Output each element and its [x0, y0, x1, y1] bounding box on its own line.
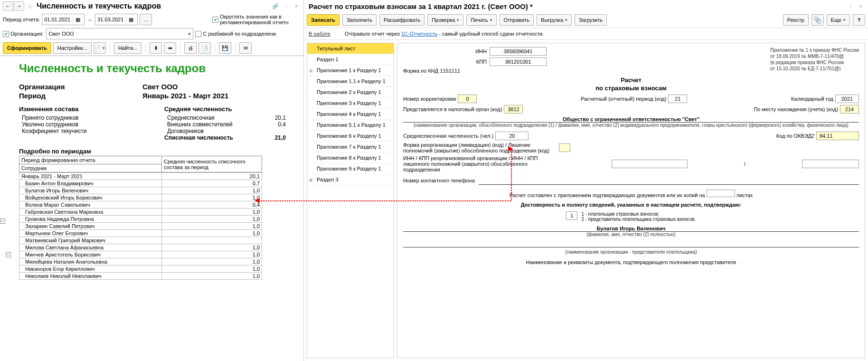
- okved-field[interactable]: 84.11: [816, 132, 859, 140]
- year-field[interactable]: 2021: [835, 95, 859, 103]
- date-from-input[interactable]: 01.01.2021 ▦: [42, 14, 85, 25]
- date-to-input[interactable]: 31.03.2021 ▦: [95, 14, 138, 25]
- 1c-link[interactable]: 1С-Отчетность: [401, 31, 437, 37]
- left-titlebar: ← → ☆ Численность и текучесть кадров 🔗 ⋮…: [0, 0, 303, 12]
- check-button[interactable]: Проверка: [427, 14, 463, 26]
- expand-icon[interactable]: ⊖: [309, 68, 313, 73]
- employee-value: 0,7: [162, 180, 262, 187]
- forward-button[interactable]: →: [14, 1, 24, 11]
- employee-value: 1,0: [162, 273, 262, 280]
- knd-label: Форма по КНД 1151111: [403, 68, 547, 74]
- collapse-button[interactable]: ⬌: [164, 42, 176, 54]
- section-item[interactable]: Приложение 7 к Разделу 1: [307, 142, 394, 152]
- menu-icon[interactable]: ⋮: [846, 2, 855, 10]
- section-item[interactable]: Приложение 4 к Разделу 1: [307, 109, 394, 120]
- section-item[interactable]: Приложение 6 к Разделу 1: [307, 131, 394, 142]
- form-button[interactable]: Сформировать: [3, 42, 51, 54]
- employee-name: Матвиевский Григорий Маркович: [19, 237, 162, 244]
- year-label: Календарный год: [791, 96, 833, 102]
- period-row-label: Январь 2021 - Март 2021: [19, 173, 162, 180]
- place-field[interactable]: 214: [840, 105, 859, 114]
- send-button[interactable]: Отправить: [500, 14, 534, 26]
- explain-button[interactable]: Расшифровать: [379, 14, 425, 26]
- section-label: Приложение 5.1 к Разделу 1: [317, 122, 386, 128]
- section-item[interactable]: Приложение 2 к Разделу 1: [307, 87, 394, 98]
- templates-button[interactable]: 📄: [94, 42, 106, 54]
- table-row: Волков Марат Савельевич0,4: [19, 201, 262, 209]
- table-row: Никаноров Егор Кириллович1,0: [19, 266, 262, 273]
- org-combo[interactable]: Свет ООО ▾: [46, 28, 193, 39]
- expand-button[interactable]: ⬍: [150, 42, 162, 54]
- signer-note: (фамилия, имя, отчество (2) полностью): [403, 232, 859, 237]
- section-item[interactable]: Приложение 5.1 к Разделу 1: [307, 120, 394, 131]
- rep-org-line[interactable]: [403, 239, 859, 247]
- table-row: Базин Антон Владимирович0,7: [19, 180, 262, 187]
- section-item[interactable]: Приложение 3 к Разделу 1: [307, 98, 394, 109]
- section-item[interactable]: Титульный лист: [307, 43, 394, 54]
- attach-pages-field[interactable]: [707, 190, 735, 197]
- tree-collapse-icon[interactable]: −: [0, 218, 5, 224]
- calendar-icon[interactable]: ▦: [126, 17, 135, 23]
- form-title1: Расчет: [403, 76, 859, 84]
- table-row: Громова Надежда Петровна1,0: [19, 216, 262, 223]
- section-item[interactable]: Приложение 1.1 к Разделу 1: [307, 76, 394, 87]
- upload-button[interactable]: Выгрузка: [537, 14, 572, 26]
- breakdown-checkbox[interactable]: С разбивкой по подразделени: [195, 31, 276, 37]
- back-button[interactable]: ←: [3, 1, 13, 11]
- breakdown-label: С разбивкой по подразделени: [203, 31, 276, 37]
- org-checkbox[interactable]: Организация:: [3, 31, 43, 37]
- right-title: Расчет по страховым взносам за 1 квартал…: [309, 2, 533, 10]
- favorite-icon[interactable]: ☆: [27, 2, 33, 10]
- detail-header: Подробно по периодам: [19, 148, 299, 155]
- section-label: Приложение 1.1 к Разделу 1: [317, 78, 386, 84]
- more-button[interactable]: Еще: [827, 14, 850, 26]
- find-button[interactable]: Найти...: [114, 42, 142, 54]
- section-item[interactable]: ⊖Приложение 1 к Разделу 1: [307, 65, 394, 76]
- print-button[interactable]: 🖨: [184, 42, 197, 54]
- load-button[interactable]: Загрузить: [575, 14, 607, 26]
- section-item[interactable]: Приложение 9 к Разделу 1: [307, 163, 394, 174]
- table-row: Мартынюк Олег Егорович1,0: [19, 230, 262, 237]
- round-checkbox[interactable]: Округлять значения как в регламентирован…: [212, 14, 301, 25]
- doc-button[interactable]: 📑: [198, 42, 211, 54]
- print-button[interactable]: Печать: [466, 14, 496, 26]
- tree-collapse-icon[interactable]: −: [6, 252, 11, 257]
- section-item[interactable]: Раздел 1: [307, 54, 394, 65]
- calendar-icon[interactable]: ▦: [73, 17, 82, 23]
- save-button[interactable]: 💾: [219, 42, 231, 54]
- link-icon[interactable]: 🔗: [271, 2, 280, 10]
- settings-button[interactable]: Настройки...: [53, 42, 92, 54]
- help-button[interactable]: ?: [853, 14, 865, 26]
- reorg-field[interactable]: [559, 143, 570, 152]
- expand-icon[interactable]: ⊕: [309, 178, 313, 182]
- help-text: Отправьте отчет через 1С-Отчетность - са…: [345, 31, 544, 37]
- period-select-button[interactable]: …: [140, 14, 152, 25]
- menu-icon[interactable]: ⋮: [282, 2, 290, 10]
- attach-button[interactable]: 📎: [811, 14, 824, 26]
- employee-name: Захаркин Савелий Петрович: [19, 223, 162, 230]
- section-label: Приложение 4 к Разделу 1: [317, 111, 381, 117]
- section-item[interactable]: Приложение 8 к Разделу 1: [307, 152, 394, 163]
- fill-button[interactable]: Заполнить: [342, 14, 377, 26]
- phone-field[interactable]: [479, 176, 859, 185]
- registry-button[interactable]: Реестр: [783, 14, 809, 26]
- section-item[interactable]: ⊕Раздел 3: [307, 174, 394, 185]
- close-icon[interactable]: ×: [857, 2, 865, 10]
- section-label: Раздел 1: [317, 57, 339, 62]
- auth-code-field[interactable]: 1: [566, 211, 577, 220]
- write-button[interactable]: Записать: [307, 14, 340, 26]
- period-code-field[interactable]: 21: [668, 95, 687, 103]
- kpp-field[interactable]: 381201001: [490, 57, 547, 66]
- close-icon[interactable]: ×: [292, 2, 301, 10]
- table-row: Матвиевский Григорий Маркович: [19, 237, 262, 244]
- kpp-reorg-field[interactable]: [802, 160, 859, 168]
- col-employee: Сотрудник: [19, 164, 162, 172]
- section-label: Приложение 6 к Разделу 1: [317, 133, 381, 139]
- corr-field[interactable]: 0: [458, 95, 477, 103]
- avg-emp-field[interactable]: 20: [495, 132, 528, 140]
- mail-button[interactable]: ✉: [239, 42, 252, 54]
- status-link[interactable]: В работе: [309, 31, 330, 37]
- tax-org-field[interactable]: 3812: [504, 105, 523, 114]
- inn-field[interactable]: 3856096041: [490, 47, 547, 56]
- inn-reorg-field[interactable]: [612, 160, 688, 168]
